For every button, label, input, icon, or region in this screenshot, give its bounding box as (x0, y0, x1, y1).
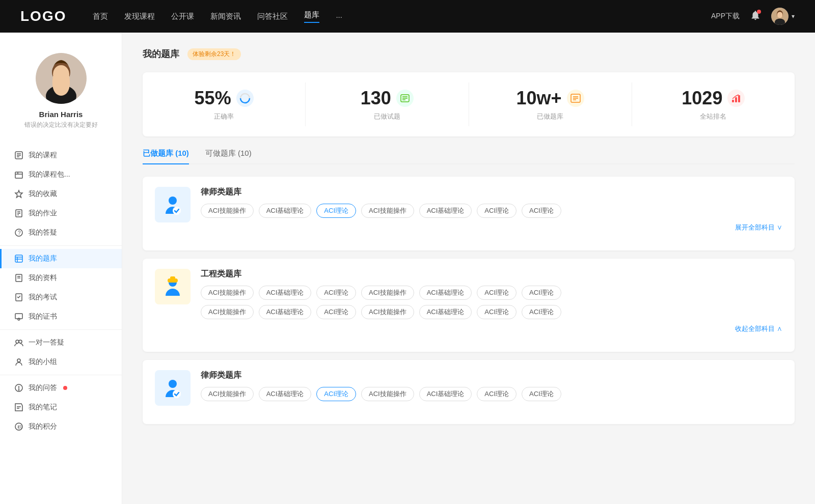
stat-已做题库: 10w+ 已做题库 (469, 82, 632, 126)
package-icon (14, 170, 23, 179)
tab-可做题库 (10)[interactable]: 可做题库 (10) (205, 149, 252, 164)
qbank-title: 律师类题库 (201, 370, 782, 381)
tag[interactable]: ACI理论 (477, 387, 517, 401)
sidebar-item-group[interactable]: 我的小组 (0, 352, 122, 372)
tag[interactable]: ACI理论 (316, 204, 356, 218)
svg-marker-15 (15, 190, 22, 198)
sidebar-item-homework[interactable]: 我的作业 (0, 204, 122, 223)
tag[interactable]: ACI技能操作 (201, 286, 254, 300)
stat-icon (396, 90, 414, 107)
svg-rect-59 (170, 276, 175, 279)
qbank-card-1: 工程类题库 ACI技能操作ACI基础理论ACI理论ACI技能操作ACI基础理论A… (143, 259, 795, 352)
sidebar-item-label: 一对一答疑 (29, 338, 64, 347)
tag[interactable]: ACI技能操作 (361, 387, 414, 401)
tag[interactable]: ACI基础理论 (419, 286, 472, 300)
tag[interactable]: ACI理论 (522, 286, 561, 300)
bank-icon (14, 254, 23, 263)
nav-link-首页[interactable]: 首页 (93, 12, 108, 21)
nav-link-题库[interactable]: 题库 (304, 10, 319, 23)
svg-text:积: 积 (17, 425, 22, 430)
tag[interactable]: ACI理论 (316, 286, 356, 300)
nav-link-发现课程[interactable]: 发现课程 (124, 12, 155, 21)
sidebar-item-label: 我的课程包... (29, 170, 70, 179)
sidebar-item-cert[interactable]: 我的证书 (0, 307, 122, 326)
tag[interactable]: ACI基础理论 (419, 204, 472, 218)
tag[interactable]: ACI理论 (522, 305, 561, 319)
stat-icon (727, 90, 745, 107)
qbank-icon (155, 187, 191, 222)
sidebar-item-points[interactable]: 积我的积分 (0, 417, 122, 436)
tag[interactable]: ACI技能操作 (201, 204, 254, 218)
notification-dot (63, 386, 67, 390)
tag[interactable]: ACI技能操作 (361, 204, 414, 218)
nav-link-···[interactable]: ··· (336, 12, 342, 21)
qbank-card-0: 律师类题库 ACI技能操作ACI基础理论ACI理论ACI技能操作ACI基础理论A… (143, 177, 795, 250)
nav-link-问答社区[interactable]: 问答社区 (257, 12, 288, 21)
question-icon (14, 383, 23, 393)
tab-已做题库 (10)[interactable]: 已做题库 (10) (143, 149, 189, 164)
tag[interactable]: ACI基础理论 (259, 387, 312, 401)
stat-icon (236, 90, 254, 107)
tags-row: ACI技能操作ACI基础理论ACI理论ACI技能操作ACI基础理论ACI理论AC… (201, 286, 782, 300)
tag[interactable]: ACI技能操作 (361, 286, 414, 300)
tags-row: ACI技能操作ACI基础理论ACI理论ACI技能操作ACI基础理论ACI理论AC… (201, 204, 782, 218)
sidebar-item-bank[interactable]: 我的题库 (0, 249, 122, 268)
stat-label: 全站排名 (632, 112, 795, 121)
svg-rect-22 (15, 255, 22, 262)
stat-icon (567, 90, 584, 107)
tag[interactable]: ACI技能操作 (361, 305, 414, 319)
app-download-link[interactable]: APP下载 (711, 12, 740, 21)
navbar: LOGO 首页发现课程公开课新闻资讯问答社区题库··· APP下载 ▾ (0, 0, 815, 33)
one2one-icon (14, 338, 23, 347)
nav-link-新闻资讯[interactable]: 新闻资讯 (210, 12, 241, 21)
svg-point-3 (777, 12, 783, 18)
sidebar-item-package[interactable]: 我的课程包... (0, 165, 122, 184)
tag[interactable]: ACI基础理论 (419, 305, 472, 319)
tag[interactable]: ACI技能操作 (201, 305, 254, 319)
tag[interactable]: ACI技能操作 (201, 387, 254, 401)
qbank-card-2: 律师类题库 ACI技能操作ACI基础理论ACI理论ACI技能操作ACI基础理论A… (143, 360, 795, 424)
sidebar-item-star[interactable]: 我的收藏 (0, 184, 122, 204)
sidebar-item-label: 我的问答 (29, 383, 57, 393)
sidebar-item-label: 我的考试 (29, 293, 57, 302)
expand-link[interactable]: 展开全部科目 ∨ (201, 223, 782, 232)
tag[interactable]: ACI理论 (477, 305, 517, 319)
tag[interactable]: ACI基础理论 (419, 387, 472, 401)
svg-rect-52 (732, 100, 734, 102)
sidebar-item-label: 我的证书 (29, 312, 57, 321)
tag[interactable]: ACI理论 (477, 286, 517, 300)
tag[interactable]: ACI理论 (477, 204, 517, 218)
sidebar-item-material[interactable]: 我的资料 (0, 268, 122, 288)
homework-icon (14, 209, 23, 218)
sidebar-item-exam[interactable]: 我的考试 (0, 288, 122, 307)
tag[interactable]: ACI基础理论 (259, 286, 312, 300)
tag[interactable]: ACI基础理论 (259, 305, 312, 319)
course-icon (14, 151, 23, 160)
svg-point-31 (18, 318, 20, 320)
sidebar-item-one2one[interactable]: 一对一答疑 (0, 333, 122, 352)
user-avatar-menu[interactable]: ▾ (771, 8, 795, 25)
tag[interactable]: ACI理论 (522, 204, 561, 218)
profile-motto: 错误的决定比没有决定要好 (8, 121, 114, 129)
tag[interactable]: ACI理论 (522, 387, 561, 401)
sidebar-item-note[interactable]: 我的笔记 (0, 398, 122, 417)
collapse-link[interactable]: 收起全部科目 ∧ (201, 324, 782, 333)
sidebar-item-course[interactable]: 我的课程 (0, 146, 122, 165)
tag[interactable]: ACI理论 (316, 387, 356, 401)
tag[interactable]: ACI理论 (316, 305, 356, 319)
sidebar-item-question[interactable]: 我的问答 (0, 378, 122, 398)
tags-row: ACI技能操作ACI基础理论ACI理论ACI技能操作ACI基础理论ACI理论AC… (201, 387, 782, 401)
logo[interactable]: LOGO (20, 8, 66, 24)
svg-point-33 (19, 340, 22, 343)
svg-rect-54 (738, 95, 740, 102)
nav-link-公开课[interactable]: 公开课 (171, 12, 194, 21)
tabs-row: 已做题库 (10)可做题库 (10) (143, 149, 795, 164)
sidebar-item-qa[interactable]: ?我的答疑 (0, 223, 122, 242)
svg-rect-12 (15, 172, 22, 178)
cert-icon (14, 312, 23, 321)
sidebar-item-label: 我的资料 (29, 273, 57, 283)
notification-bell[interactable] (750, 10, 761, 23)
main-layout: Brian Harris 错误的决定比没有决定要好 我的课程我的课程包...我的… (0, 33, 815, 504)
profile-section: Brian Harris 错误的决定比没有决定要好 (0, 43, 122, 142)
tag[interactable]: ACI基础理论 (259, 204, 312, 218)
